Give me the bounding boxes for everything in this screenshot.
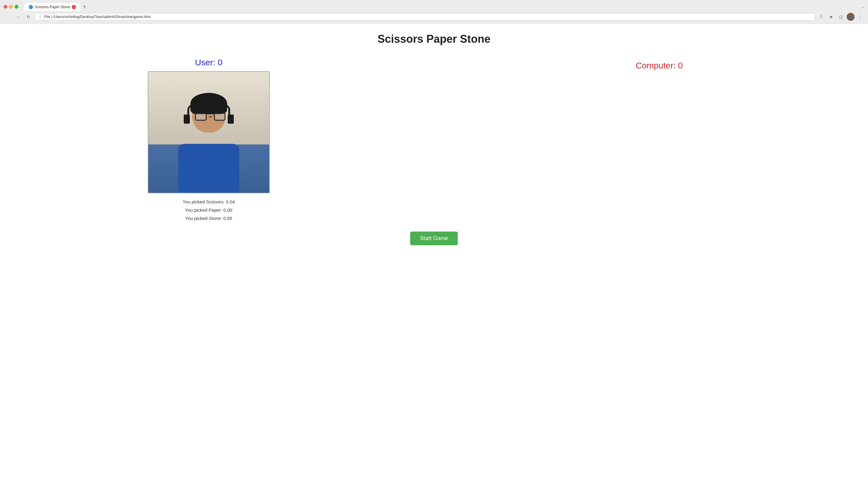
computer-score-label: Computer: 0: [636, 61, 683, 70]
title-bar: Scissors Paper Stone × + ⌄: [0, 0, 868, 11]
tab-close-button[interactable]: ×: [72, 5, 76, 9]
stone-prediction: You picked Stone: 0.95: [183, 214, 235, 222]
predictions-display: You picked Scissors: 0.04 You picked Pap…: [183, 198, 235, 222]
browser-chrome: Scissors Paper Stone × + ⌄ ← → ↻ 📄 File …: [0, 0, 868, 23]
game-area: User: 0: [12, 58, 856, 222]
menu-button[interactable]: ⋮: [856, 13, 864, 21]
minimize-window-button[interactable]: [9, 5, 13, 8]
tab-title: Scissors Paper Stone: [35, 5, 70, 9]
tab-favicon-icon: [29, 5, 33, 9]
address-bar-row: ← → ↻ 📄 File | /Users/nchinling/Desktop/…: [0, 11, 868, 23]
profile-avatar[interactable]: 👤: [847, 13, 854, 21]
computer-section: Computer: 0: [475, 58, 844, 74]
person-figure: [190, 96, 227, 139]
tabs-menu-chevron-icon[interactable]: ⌄: [861, 5, 864, 9]
webcam-feed: [148, 71, 270, 193]
traffic-lights: [4, 5, 18, 8]
close-window-button[interactable]: [4, 5, 7, 8]
body-shape: [178, 144, 239, 193]
headphone-right-ear: [228, 114, 234, 124]
head-shape: [192, 96, 226, 133]
headphone-left-ear: [184, 114, 190, 124]
scissors-prediction: You picked Scissors: 0.04: [183, 198, 235, 206]
toolbar-right: ⇧ ★ ◫ 👤 ⋮: [817, 13, 864, 21]
lock-icon: 📄: [38, 15, 42, 19]
user-section: User: 0: [24, 58, 393, 222]
page-content: Scissors Paper Stone User: 0: [0, 23, 868, 492]
user-score-label: User: 0: [195, 58, 223, 67]
tabs-row: Scissors Paper Stone × +: [24, 2, 89, 11]
page-title: Scissors Paper Stone: [12, 33, 856, 45]
refresh-button[interactable]: ↻: [24, 13, 32, 21]
webcam-background: [148, 72, 269, 193]
forward-button[interactable]: →: [14, 13, 22, 21]
bookmark-button[interactable]: ★: [827, 13, 835, 21]
start-game-area: Start Game: [12, 232, 856, 245]
back-button[interactable]: ←: [4, 13, 12, 21]
start-game-button[interactable]: Start Game: [410, 232, 458, 245]
new-tab-button[interactable]: +: [80, 2, 89, 11]
sidebar-button[interactable]: ◫: [837, 13, 845, 21]
headphones: [187, 101, 230, 119]
share-button[interactable]: ⇧: [817, 13, 825, 21]
maximize-window-button[interactable]: [15, 5, 18, 8]
address-bar[interactable]: 📄 File | /Users/nchinling/Desktop/Teacha…: [35, 13, 815, 20]
paper-prediction: You picked Paper: 0.00: [183, 206, 235, 214]
active-tab[interactable]: Scissors Paper Stone ×: [24, 3, 80, 11]
url-display: File | /Users/nchinling/Desktop/Teachabl…: [44, 15, 812, 19]
